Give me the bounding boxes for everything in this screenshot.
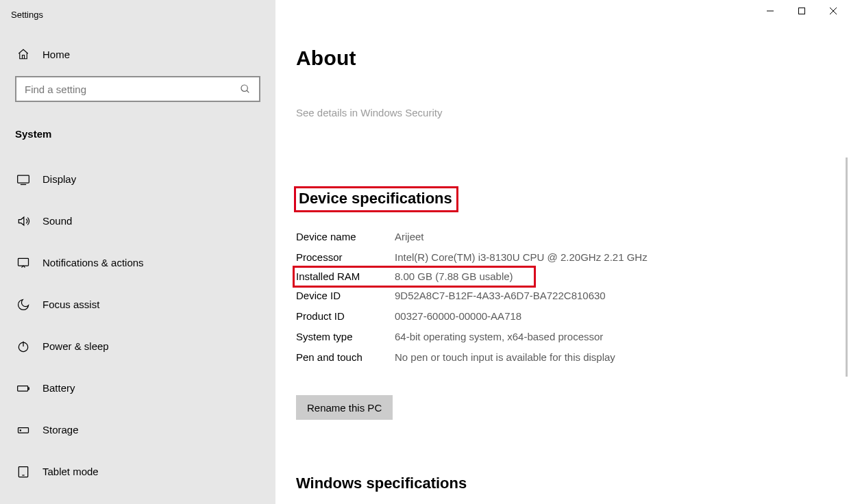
focus-assist-icon (15, 297, 32, 313)
sidebar-item-label: Sound (42, 215, 72, 227)
nav: Display Sound Notifications & actions Fo… (0, 142, 275, 488)
spec-row-installed-ram: Installed RAM 8.00 GB (7.88 GB usable) (295, 268, 534, 286)
spec-row-device-name: Device name Arijeet (296, 227, 849, 247)
security-link[interactable]: See details in Windows Security (296, 107, 849, 118)
spec-key: Product ID (296, 310, 395, 323)
svg-line-1 (247, 90, 249, 92)
device-specs-list: Device name Arijeet Processor Intel(R) C… (296, 227, 849, 368)
app-title: Settings (0, 10, 275, 39)
search-container (0, 69, 275, 102)
section-label-system: System (0, 102, 275, 142)
spec-val: 64-bit operating system, x64-based proce… (395, 330, 603, 344)
storage-icon (15, 422, 32, 438)
sidebar-item-label: Battery (42, 382, 75, 394)
sidebar-item-label: Power & sleep (42, 340, 109, 352)
content: About See details in Windows Security De… (275, 0, 849, 504)
page-heading: About (296, 47, 849, 70)
spec-key: Device ID (296, 289, 395, 303)
sidebar-item-label: Display (42, 173, 76, 185)
sidebar: Settings Home System Display (0, 0, 275, 504)
spec-val: 9D52A8C7-B12F-4A33-A6D7-BA722C810630 (395, 289, 606, 303)
sidebar-item-label: Tablet mode (42, 466, 99, 477)
spec-val: 00327-60000-00000-AA718 (395, 310, 521, 323)
home-icon (15, 46, 32, 62)
windows-specs-heading: Windows specifications (296, 475, 849, 492)
spec-row-pen-touch: Pen and touch No pen or touch input is a… (296, 347, 849, 368)
spec-val: No pen or touch input is available for t… (395, 351, 615, 364)
battery-icon (15, 380, 32, 396)
main: About See details in Windows Security De… (275, 0, 849, 504)
svg-point-0 (241, 85, 247, 91)
sidebar-item-storage[interactable]: Storage (0, 414, 275, 446)
spec-row-device-id: Device ID 9D52A8C7-B12F-4A33-A6D7-BA722C… (296, 286, 849, 306)
sidebar-item-label: Notifications & actions (42, 257, 144, 268)
power-icon (15, 338, 32, 355)
spec-row-system-type: System type 64-bit operating system, x64… (296, 327, 849, 347)
sidebar-item-display[interactable]: Display (0, 163, 275, 195)
sidebar-item-focus-assist[interactable]: Focus assist (0, 288, 275, 320)
scrollbar[interactable] (846, 158, 848, 377)
spec-val: Intel(R) Core(TM) i3-8130U CPU @ 2.20GHz… (395, 251, 648, 264)
svg-rect-7 (18, 386, 28, 391)
sidebar-item-power-sleep[interactable]: Power & sleep (0, 330, 275, 362)
home-label: Home (42, 49, 70, 60)
tablet-icon (15, 464, 32, 480)
spec-row-product-id: Product ID 00327-60000-00000-AA718 (296, 306, 849, 327)
sidebar-item-label: Focus assist (42, 299, 99, 310)
spec-row-processor: Processor Intel(R) Core(TM) i3-8130U CPU… (296, 247, 849, 268)
display-icon (15, 171, 32, 188)
spec-key: Installed RAM (296, 270, 395, 284)
spec-key: Device name (296, 230, 395, 244)
device-specs-heading: Device specifications (296, 188, 456, 210)
svg-rect-8 (28, 388, 29, 390)
search-icon (240, 84, 251, 94)
svg-rect-4 (19, 258, 29, 266)
spec-key: Pen and touch (296, 351, 395, 364)
svg-point-10 (20, 429, 21, 430)
spec-key: System type (296, 330, 395, 344)
spec-val: 8.00 GB (7.88 GB usable) (395, 270, 513, 284)
notifications-icon (15, 255, 32, 271)
spec-key: Processor (296, 251, 395, 264)
search-input[interactable] (16, 77, 259, 101)
spec-val: Arijeet (395, 230, 424, 244)
sound-icon (15, 213, 32, 229)
sidebar-item-notifications[interactable]: Notifications & actions (0, 247, 275, 279)
sidebar-item-label: Storage (42, 424, 79, 436)
rename-pc-button[interactable]: Rename this PC (296, 395, 393, 420)
sidebar-item-battery[interactable]: Battery (0, 372, 275, 404)
sidebar-item-tablet-mode[interactable]: Tablet mode (0, 455, 275, 488)
search-box[interactable] (15, 76, 260, 102)
sidebar-item-sound[interactable]: Sound (0, 205, 275, 237)
svg-rect-2 (18, 175, 29, 183)
home-button[interactable]: Home (0, 39, 275, 69)
